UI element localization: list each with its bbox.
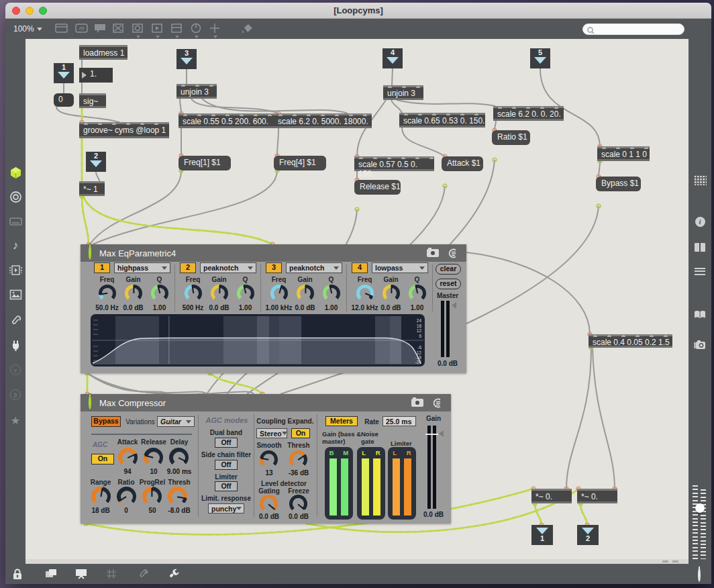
music-note-icon[interactable]: ♪: [8, 238, 23, 253]
eq-band4-filter-dropdown[interactable]: lowpass: [372, 262, 428, 273]
object-sig[interactable]: sig~: [79, 93, 106, 108]
eq-band1-freq-knob[interactable]: [99, 285, 116, 302]
eq-band2-gain-knob[interactable]: [211, 285, 228, 302]
object-times1[interactable]: *~ 1: [79, 181, 105, 196]
smooth-knob[interactable]: [260, 450, 278, 469]
console-list-icon[interactable]: [693, 265, 707, 279]
outlet-1[interactable]: 1: [531, 525, 553, 545]
horizontal-scrollbar[interactable]: [26, 559, 688, 564]
patcher-windows-icon[interactable]: [44, 568, 58, 580]
thresh-knob[interactable]: [168, 487, 187, 506]
delay-knob[interactable]: [169, 448, 189, 467]
vizzie-icon[interactable]: v: [8, 362, 23, 377]
eq-band4-freq-knob[interactable]: [356, 285, 374, 302]
message-box-icon[interactable]: m: [74, 22, 90, 34]
number-box[interactable]: 0: [54, 93, 74, 107]
inlet-5[interactable]: 5: [530, 48, 550, 68]
eq-band3-q-knob[interactable]: [323, 285, 340, 302]
snapshot-camera-icon[interactable]: [693, 338, 707, 351]
console-box-icon[interactable]: [8, 213, 23, 228]
flonum-box[interactable]: 1.: [79, 68, 113, 83]
patcher-gain-fader[interactable]: [692, 485, 708, 559]
comment-icon[interactable]: [93, 22, 109, 34]
eq-master-meter[interactable]: [441, 301, 450, 357]
eq-band1-filter-dropdown[interactable]: highpass: [114, 262, 170, 273]
grid-snap-icon[interactable]: [105, 568, 118, 580]
add-object-icon[interactable]: [208, 22, 224, 34]
coupling-dropdown[interactable]: Stereo: [256, 428, 287, 438]
eq-band1-gain-knob[interactable]: [125, 285, 142, 302]
eq-band2-filter-dropdown[interactable]: peaknotch: [200, 262, 256, 273]
eq-band1-q-knob[interactable]: [151, 285, 168, 302]
outlet-2[interactable]: 2: [577, 525, 599, 545]
paint-bucket-icon[interactable]: [240, 22, 256, 34]
playbar-icon[interactable]: [150, 22, 166, 34]
agc-on-button[interactable]: On: [91, 454, 114, 464]
object-scale-a[interactable]: scale 0.55 0.5 200. 600.: [178, 113, 274, 128]
expand-on-button[interactable]: On: [291, 428, 310, 438]
progrel-knob[interactable]: [142, 487, 162, 506]
variations-dropdown[interactable]: Guitar: [157, 416, 195, 427]
eq-band4-number-button[interactable]: 4: [352, 262, 368, 273]
toggle-icon[interactable]: [111, 22, 128, 34]
range-knob[interactable]: [91, 487, 111, 506]
object-times0-a[interactable]: *~ 0.: [531, 489, 572, 503]
limiter-off-button[interactable]: Off: [215, 481, 238, 491]
audio-power-button[interactable]: [698, 569, 701, 581]
clips-player-icon[interactable]: [8, 262, 23, 277]
eq-clear-button[interactable]: clear: [436, 264, 461, 275]
inlet-2[interactable]: 2: [86, 152, 106, 172]
ratio-knob[interactable]: [117, 487, 136, 506]
beap-icon[interactable]: b: [8, 387, 23, 402]
eq-band2-number-button[interactable]: 2: [180, 262, 196, 273]
paperclip-add-icon[interactable]: [136, 568, 150, 580]
object-unjoin-b[interactable]: unjoin 3: [383, 85, 423, 100]
star-icon[interactable]: ★: [8, 413, 23, 428]
plug-icon[interactable]: [8, 338, 23, 352]
patcher-canvas[interactable]: loadmess 1 1 1. 0 sig~ groove~ cyms @loo…: [26, 39, 688, 564]
inlet-4[interactable]: 4: [382, 48, 403, 68]
comp-gain-fader[interactable]: [427, 426, 436, 509]
object-scale-c[interactable]: scale 0.65 0.53 0. 150.: [399, 113, 485, 128]
rate-value-box[interactable]: 25.0 ms: [382, 416, 416, 426]
comp-bypass-button[interactable]: Bypass: [91, 416, 121, 427]
freeze-knob[interactable]: [289, 495, 307, 513]
slider-icon[interactable]: [170, 22, 186, 34]
eq-band4-gain-knob[interactable]: [382, 285, 400, 302]
snapshot-camera-icon[interactable]: [411, 399, 423, 407]
release-knob[interactable]: [144, 448, 163, 467]
reference-book-icon[interactable]: [693, 307, 707, 321]
eq-band3-gain-knob[interactable]: [297, 285, 314, 302]
fader-knob[interactable]: [695, 503, 705, 513]
search-box[interactable]: [582, 23, 684, 35]
message-bypass[interactable]: Bypass $1: [596, 177, 641, 191]
panel-icon[interactable]: [54, 22, 70, 34]
object-groove[interactable]: groove~ cyms @loop 1: [79, 122, 169, 138]
object-scale-e[interactable]: scale 6.2 0. 0. 20.: [493, 106, 564, 121]
object-scale-d[interactable]: scale 0.57 0.5 0. 150.: [354, 156, 434, 171]
lock-icon[interactable]: [11, 568, 24, 580]
eq-band3-number-button[interactable]: 3: [266, 262, 282, 273]
search-input[interactable]: [597, 25, 680, 34]
eq-response-graph[interactable]: 24 18 12 6 -6 -12 -18 -24: [91, 314, 425, 366]
thresh2-knob[interactable]: [289, 450, 307, 469]
eq-band3-freq-knob[interactable]: [270, 285, 288, 302]
eq-reset-button[interactable]: reset: [436, 279, 461, 289]
button-icon[interactable]: [131, 22, 147, 34]
object-cube-icon[interactable]: [8, 165, 23, 180]
side-chain-off-button[interactable]: Off: [215, 460, 238, 470]
eq-band2-q-knob[interactable]: [237, 285, 254, 302]
wrench-icon[interactable]: [167, 568, 181, 580]
eq-band4-q-knob[interactable]: [409, 285, 426, 302]
info-icon[interactable]: i: [693, 215, 707, 228]
object-scale-b[interactable]: scale 6.2 0. 5000. 18000.: [274, 113, 372, 128]
compressor-power-button[interactable]: [89, 397, 91, 409]
message-release[interactable]: Release $1: [354, 180, 401, 195]
fader-handle-icon[interactable]: [439, 430, 444, 437]
paperclip-icon[interactable]: [8, 313, 23, 328]
attack-knob[interactable]: [118, 448, 138, 467]
image-icon[interactable]: [8, 287, 23, 302]
message-ratio[interactable]: Ratio $1: [492, 130, 530, 145]
eq-band1-number-button[interactable]: 1: [94, 262, 110, 273]
gating-knob[interactable]: [260, 495, 278, 513]
